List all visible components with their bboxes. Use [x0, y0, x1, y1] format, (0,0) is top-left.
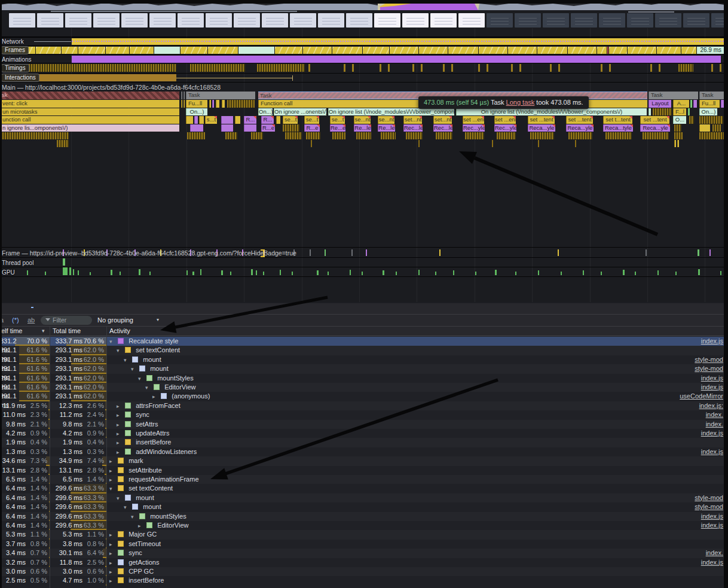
- flame-call-bar[interactable]: [199, 116, 204, 124]
- flame-deep-bar[interactable]: [497, 132, 516, 139]
- source-link[interactable]: index.: [706, 420, 723, 429]
- cpu-overview-minimap[interactable]: [0, 0, 728, 10]
- expander-icon[interactable]: ▸: [109, 467, 116, 475]
- filmstrip-frame[interactable]: [9, 13, 35, 28]
- table-row[interactable]: 291.1 ms 61.6 % 293.1 ms 62.0 % ▾ Editor…: [0, 383, 728, 392]
- timing-marker[interactable]: [519, 64, 521, 72]
- gpu-task-bar[interactable]: [45, 272, 46, 275]
- expander-icon[interactable]: ▾: [117, 494, 123, 502]
- expander-icon[interactable]: ▸: [109, 457, 116, 465]
- timing-marker[interactable]: [380, 64, 381, 72]
- gpu-task-bar[interactable]: [251, 269, 253, 275]
- expander-icon[interactable]: ▸: [117, 438, 123, 447]
- frame-event-tick[interactable]: [310, 249, 311, 256]
- flame-call-bar[interactable]: [194, 116, 198, 124]
- filmstrip-frame[interactable]: [234, 13, 260, 28]
- flame-task-bar[interactable]: Task: [649, 92, 698, 99]
- flame-deep-bar[interactable]: [251, 132, 263, 139]
- flame-microtask-bar[interactable]: On ignore ...onents\/): [274, 108, 326, 115]
- expander-icon[interactable]: ▸: [109, 568, 116, 576]
- flame-call-bar[interactable]: [699, 116, 723, 124]
- filmstrip-frame[interactable]: [655, 13, 681, 28]
- gpu-task-bar[interactable]: [515, 272, 516, 275]
- gpu-task-bar[interactable]: [139, 269, 140, 275]
- table-row[interactable]: 11.9 ms 2.5 % 12.3 ms 2.6 % ▸ attrsFromF…: [0, 401, 728, 410]
- frame-segment[interactable]: [597, 47, 607, 54]
- flame-recalc-bar[interactable]: [244, 124, 256, 132]
- gpu-task-bar[interactable]: [111, 270, 112, 275]
- gpu-task-bar[interactable]: [27, 270, 28, 275]
- gpu-task-bar[interactable]: [698, 269, 700, 275]
- frame-segment[interactable]: [36, 47, 61, 54]
- source-link[interactable]: index.js:: [699, 401, 723, 410]
- network-request-bar[interactable]: [72, 38, 724, 45]
- flame-deep-bar[interactable]: [57, 140, 69, 147]
- frame-track-title[interactable]: Frame — https://id-preview--bd53fd9d-728…: [2, 249, 296, 257]
- table-row[interactable]: 6.4 ms 1.4 % 299.6 ms 63.3 % ▾ mountStyl…: [0, 512, 728, 521]
- frame-segment[interactable]: [508, 47, 537, 54]
- timing-marker[interactable]: [421, 64, 423, 72]
- expander-icon[interactable]: ▸: [117, 411, 123, 419]
- filmstrip-frame[interactable]: [149, 13, 176, 28]
- track-label-network[interactable]: Network: [2, 38, 24, 45]
- timing-marker[interactable]: [511, 64, 513, 72]
- animation-bar[interactable]: [72, 56, 721, 63]
- table-row[interactable]: 4.2 ms 0.9 % 4.2 ms 0.9 % ▸ updateAttrs …: [0, 429, 728, 438]
- track-label-timings[interactable]: Timings: [1, 64, 29, 72]
- filmstrip-frame[interactable]: [65, 13, 91, 28]
- flame-event-bar[interactable]: [227, 100, 255, 108]
- filmstrip-frame[interactable]: [262, 13, 288, 28]
- frame-event-tick[interactable]: [558, 249, 559, 256]
- flame-recalc-bar[interactable]: Rec...le: [403, 124, 423, 132]
- flame-event-bar[interactable]: A...: [673, 100, 689, 108]
- flame-recalc-bar[interactable]: [283, 124, 299, 132]
- long-task-link[interactable]: Long task: [506, 99, 535, 106]
- expander-icon[interactable]: ▸: [117, 421, 123, 429]
- frame-segment[interactable]: [479, 47, 507, 54]
- timing-marker[interactable]: [257, 64, 305, 72]
- flame-deep-bar[interactable]: [381, 132, 396, 139]
- flame-recalc-bar[interactable]: Reca...yle: [566, 124, 594, 132]
- flame-event-bar[interactable]: [690, 100, 692, 108]
- filmstrip-frame[interactable]: [290, 13, 316, 28]
- flame-call-bar[interactable]: unction call: [0, 116, 179, 124]
- gpu-task-bar[interactable]: [675, 272, 677, 275]
- gpu-task-bar[interactable]: [720, 271, 721, 275]
- table-row[interactable]: 291.1 ms 61.6 % 293.1 ms 62.0 % ▾ mount …: [0, 364, 728, 373]
- flame-event-bar[interactable]: Layout: [649, 100, 671, 108]
- flame-call-bar[interactable]: set ...ent: [494, 116, 516, 124]
- timing-marker[interactable]: [609, 64, 611, 72]
- frame-segment[interactable]: [181, 47, 207, 54]
- frame-segment[interactable]: [303, 47, 332, 54]
- table-row[interactable]: 3.4 ms 0.7 % 30.1 ms 6.4 % ▸ sync index.: [0, 549, 728, 557]
- flame-deep-bar[interactable]: [225, 132, 237, 139]
- flame-recalc-bar[interactable]: Reca...yle: [528, 124, 555, 132]
- gpu-task-bar[interactable]: [601, 272, 602, 275]
- flame-deep-bar[interactable]: [677, 140, 679, 147]
- frame-event-tick[interactable]: [325, 249, 326, 256]
- expander-icon[interactable]: ▸: [138, 522, 145, 530]
- gpu-task-bar[interactable]: [90, 272, 91, 275]
- flame-recalc-bar[interactable]: [190, 124, 203, 132]
- flame-recalc-bar[interactable]: R...e: [304, 124, 320, 132]
- flame-event-bar[interactable]: [222, 100, 225, 108]
- flame-deep-bar[interactable]: [465, 132, 484, 139]
- flame-call-bar[interactable]: se...t: [330, 116, 345, 124]
- frame-event-tick[interactable]: [366, 249, 367, 256]
- frame-event-tick[interactable]: [351, 249, 353, 256]
- gpu-task-bar[interactable]: [120, 272, 121, 275]
- timing-marker[interactable]: [678, 64, 693, 72]
- expander-icon[interactable]: ▾: [131, 365, 137, 373]
- frame-segment[interactable]: [681, 47, 696, 54]
- flame-recalc-bar[interactable]: [674, 124, 681, 132]
- flame-recalc-bar[interactable]: Re...le: [378, 124, 395, 132]
- frame-event-tick[interactable]: [439, 249, 441, 256]
- source-link[interactable]: style-mod: [695, 364, 723, 373]
- flame-recalc-bar[interactable]: Re...le: [354, 124, 371, 132]
- flame-deep-bar[interactable]: [418, 140, 420, 147]
- flame-call-bar[interactable]: [221, 116, 233, 124]
- table-row[interactable]: 34.6 ms 7.3 % 34.9 ms 7.4 % ▸ mark: [0, 456, 728, 465]
- flame-deep-bar[interactable]: [0, 132, 69, 139]
- gpu-task-bar[interactable]: [149, 272, 151, 275]
- expander-icon[interactable]: ▾: [109, 337, 116, 346]
